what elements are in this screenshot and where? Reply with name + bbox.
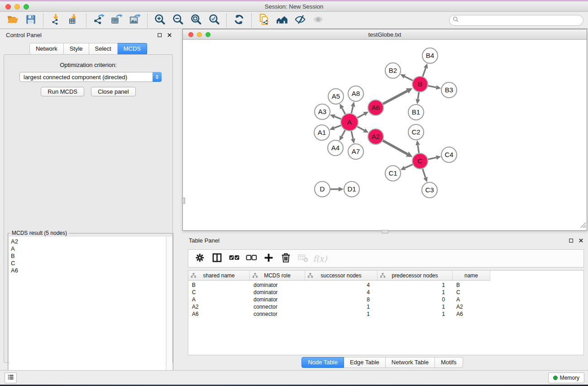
- select-all-rows-button[interactable]: [226, 251, 242, 266]
- result-scrollbar[interactable]: [166, 237, 172, 385]
- graph-node-D[interactable]: D: [315, 181, 330, 197]
- graph-node-A5[interactable]: A5: [328, 89, 344, 104]
- export-image-button[interactable]: [126, 13, 144, 28]
- graph-edge-B-B3[interactable]: [428, 86, 436, 88]
- mcds-result-item[interactable]: A2: [11, 238, 166, 245]
- graph-node-A[interactable]: A: [341, 114, 358, 131]
- import-network-button[interactable]: [47, 13, 65, 28]
- float-panel-icon[interactable]: [156, 32, 163, 38]
- graph-edge-A-A6[interactable]: [358, 114, 364, 118]
- graph-edge-A-A5[interactable]: [342, 108, 345, 114]
- function-builder-button[interactable]: f(x): [312, 251, 328, 266]
- table-row[interactable]: Cdominator41C: [188, 289, 583, 296]
- open-session-button[interactable]: [4, 13, 22, 28]
- graph-node-C1[interactable]: C1: [385, 166, 401, 181]
- graph-edge-C-C1[interactable]: [405, 164, 412, 168]
- table-row[interactable]: A6connector11A6: [188, 310, 583, 318]
- table-row[interactable]: A2connector11A2: [188, 303, 583, 310]
- window-edge-handle[interactable]: [182, 198, 185, 204]
- duplicate-network-button[interactable]: [255, 13, 273, 28]
- graph-node-A6[interactable]: A6: [368, 100, 383, 115]
- graph-node-B1[interactable]: B1: [408, 105, 424, 120]
- graph-edge-B-B2[interactable]: [405, 76, 413, 81]
- tab-motifs[interactable]: Motifs: [435, 357, 463, 368]
- tab-style[interactable]: Style: [64, 43, 89, 55]
- create-column-button[interactable]: [261, 251, 276, 266]
- graph-node-A2[interactable]: A2: [368, 129, 383, 144]
- graph-node-B4[interactable]: B4: [422, 48, 438, 63]
- graph-edge-C-C3[interactable]: [423, 169, 425, 177]
- graph-edge-A-A7[interactable]: [351, 131, 353, 139]
- column-header-successor-nodes[interactable]: successor nodes: [305, 271, 378, 280]
- column-header-predecessor-nodes[interactable]: predecessor nodes: [378, 271, 453, 280]
- optimization-criterion-select[interactable]: largest connected component (directed): [19, 72, 162, 82]
- tab-network-table[interactable]: Network Table: [386, 357, 435, 368]
- close-panel-button[interactable]: Close panel: [91, 87, 136, 96]
- graph-node-B[interactable]: B: [412, 76, 428, 92]
- tab-select[interactable]: Select: [89, 43, 118, 55]
- tab-node-table[interactable]: Node Table: [301, 357, 344, 368]
- graph-node-A7[interactable]: A7: [348, 144, 363, 159]
- tab-edge-table[interactable]: Edge Table: [344, 357, 386, 368]
- graph-edge-A-A1[interactable]: [334, 125, 341, 128]
- column-header-name[interactable]: name: [453, 271, 490, 280]
- float-table-panel-icon[interactable]: [568, 237, 574, 244]
- graph-edge-C-C2[interactable]: [418, 145, 419, 153]
- table-settings-button[interactable]: [192, 251, 207, 266]
- close-panel-icon[interactable]: [166, 32, 173, 38]
- graph-edge-B-B1[interactable]: [418, 92, 419, 100]
- graph-edge-A-A4[interactable]: [342, 130, 345, 137]
- refresh-view-button[interactable]: [230, 13, 248, 28]
- run-mcds-button[interactable]: Run MCDS: [41, 87, 84, 96]
- export-table-button[interactable]: [108, 13, 126, 28]
- graph-node-C3[interactable]: C3: [422, 182, 437, 198]
- memory-button[interactable]: Memory: [548, 372, 584, 383]
- column-header-shared-name[interactable]: shared name: [188, 271, 250, 280]
- mcds-result-item[interactable]: B: [11, 253, 166, 260]
- column-visibility-button[interactable]: [209, 251, 225, 266]
- export-network-button[interactable]: [90, 13, 108, 28]
- splitter-handle[interactable]: [382, 230, 388, 234]
- zoom-out-button[interactable]: [169, 13, 187, 28]
- graph-node-C4[interactable]: C4: [441, 147, 457, 162]
- delete-table-button[interactable]: [295, 251, 311, 266]
- network-home-button[interactable]: [273, 13, 291, 28]
- table-row[interactable]: Bdominator41B: [188, 281, 583, 289]
- graph-edge-A2-C[interactable]: [383, 141, 407, 154]
- bird-eye-view-button[interactable]: [309, 13, 327, 28]
- save-session-button[interactable]: [22, 13, 40, 28]
- tab-network[interactable]: Network: [29, 43, 64, 55]
- column-header-mcds-role[interactable]: MCDS role: [250, 271, 305, 280]
- graph-node-A8[interactable]: A8: [348, 86, 363, 101]
- zoom-fit-button[interactable]: [187, 13, 205, 28]
- graph-node-C2[interactable]: C2: [408, 124, 424, 140]
- toggle-visibility-button[interactable]: [291, 13, 309, 28]
- graph-node-A1[interactable]: A1: [314, 125, 330, 140]
- window-resize-grip[interactable]: [579, 221, 586, 230]
- graph-node-B3[interactable]: B3: [441, 82, 457, 98]
- deselect-all-rows-button[interactable]: [244, 251, 259, 266]
- graph-node-C[interactable]: C: [412, 153, 428, 169]
- graph-node-B2[interactable]: B2: [385, 63, 401, 78]
- graph-edge-A-A2[interactable]: [358, 127, 364, 130]
- zoom-selected-button[interactable]: [205, 13, 223, 28]
- import-table-button[interactable]: [65, 13, 83, 28]
- zoom-in-button[interactable]: [151, 13, 169, 28]
- task-history-button[interactable]: [5, 372, 17, 383]
- tab-mcds[interactable]: MCDS: [118, 43, 147, 55]
- mcds-result-item[interactable]: A: [11, 245, 166, 253]
- graph-edge-C-C4[interactable]: [428, 157, 436, 159]
- mcds-result-item[interactable]: C: [11, 260, 166, 267]
- graph-edge-A6-B[interactable]: [383, 91, 407, 104]
- network-canvas[interactable]: B4 B2 B B3 A5 A8 A6 A3 B1 A A1 C2 A2: [183, 40, 587, 230]
- graph-node-A4[interactable]: A4: [328, 140, 343, 156]
- graph-edge-A-A8[interactable]: [351, 106, 353, 113]
- close-table-panel-icon[interactable]: [578, 237, 584, 244]
- search-input[interactable]: [459, 16, 583, 24]
- graph-node-A3[interactable]: A3: [315, 104, 330, 119]
- graph-edge-A-A3[interactable]: [335, 116, 341, 119]
- graph-node-D1[interactable]: D1: [344, 181, 359, 197]
- graph-edge-B-B4[interactable]: [423, 68, 426, 76]
- mcds-result-item[interactable]: A6: [11, 267, 166, 274]
- table-row[interactable]: Adominator80A: [188, 296, 583, 303]
